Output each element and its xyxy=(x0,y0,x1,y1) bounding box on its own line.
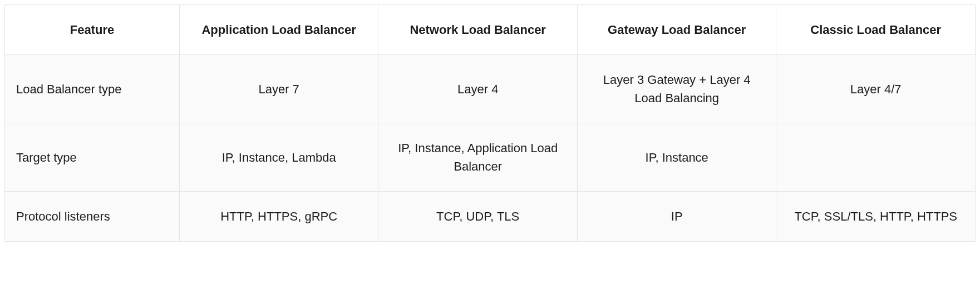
header-glb: Gateway Load Balancer xyxy=(577,5,776,55)
load-balancer-comparison-table: Feature Application Load Balancer Networ… xyxy=(4,4,976,242)
data-cell: Layer 3 Gateway + Layer 4 Load Balancing xyxy=(577,55,776,123)
data-cell: Layer 4/7 xyxy=(776,55,976,123)
data-cell: TCP, UDP, TLS xyxy=(378,192,578,242)
data-cell: TCP, SSL/TLS, HTTP, HTTPS xyxy=(776,192,976,242)
table-header-row: Feature Application Load Balancer Networ… xyxy=(5,5,976,55)
feature-cell: Target type xyxy=(5,123,180,192)
table-row: Protocol listeners HTTP, HTTPS, gRPC TCP… xyxy=(5,192,976,242)
data-cell: IP, Instance, Lambda xyxy=(179,123,378,192)
data-cell: Layer 4 xyxy=(378,55,578,123)
header-nlb: Network Load Balancer xyxy=(378,5,578,55)
data-cell: IP, Instance xyxy=(577,123,776,192)
feature-cell: Protocol listeners xyxy=(5,192,180,242)
table-row: Target type IP, Instance, Lambda IP, Ins… xyxy=(5,123,976,192)
table-row: Load Balancer type Layer 7 Layer 4 Layer… xyxy=(5,55,976,123)
header-alb: Application Load Balancer xyxy=(179,5,378,55)
data-cell: Layer 7 xyxy=(179,55,378,123)
header-feature: Feature xyxy=(5,5,180,55)
data-cell: IP, Instance, Application Load Balancer xyxy=(378,123,578,192)
data-cell: HTTP, HTTPS, gRPC xyxy=(179,192,378,242)
data-cell xyxy=(776,123,976,192)
feature-cell: Load Balancer type xyxy=(5,55,180,123)
data-cell: IP xyxy=(577,192,776,242)
header-clb: Classic Load Balancer xyxy=(776,5,976,55)
